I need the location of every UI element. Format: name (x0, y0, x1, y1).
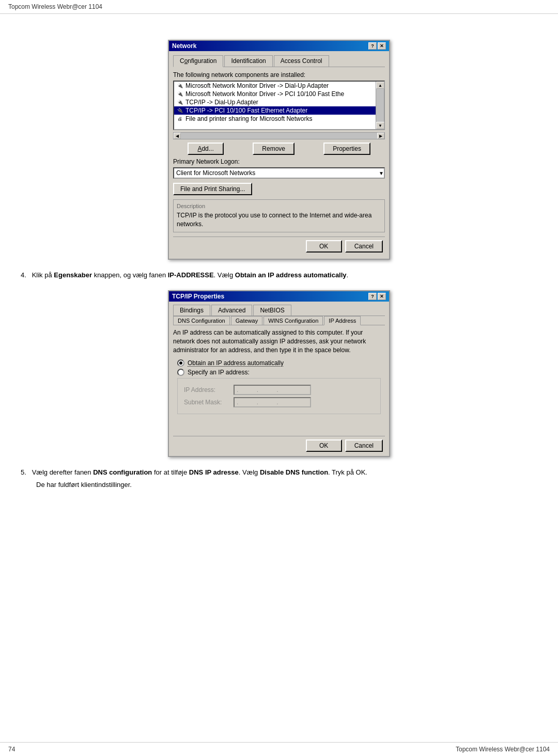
header-title: Topcom Wireless Webr@cer 1104 (8, 3, 102, 10)
step5-mid2: . Vælg (239, 468, 260, 476)
tab-ip-address[interactable]: IP Address (324, 316, 361, 325)
tab-netbios[interactable]: NetBIOS (253, 305, 291, 316)
ip-address-input: . . . (234, 385, 311, 395)
tab-bindings[interactable]: Bindings (173, 305, 210, 316)
tab-identification-label: Identification (231, 57, 266, 65)
step4-text: 4. Klik på Egenskaber knappen, og vælg f… (21, 270, 537, 280)
file-print-sharing-button[interactable]: File and Print Sharing... (173, 183, 252, 195)
network-dialog: Network ? ✕ Configuration Identification… (168, 40, 390, 260)
file-icon: 🖨 (176, 116, 183, 122)
step5-line1: 5. Vælg derefter fanen DNS configuration… (21, 467, 537, 478)
tcpip-dialog-body: Bindings Advanced NetBIOS DNS Configurat… (169, 302, 389, 456)
network-tabs: Configuration Identification Access Cont… (173, 55, 385, 67)
step5-bold2: DNS IP adresse (189, 468, 239, 476)
page-number: 74 (8, 746, 15, 753)
network-dialog-btn-row: OK Cancel (173, 237, 385, 255)
subnet-mask-label: Subnet Mask: (184, 399, 230, 406)
tab-access-control[interactable]: Access Control (274, 55, 329, 67)
main-content: Network ? ✕ Configuration Identification… (0, 14, 558, 526)
net-icon: 🔌 (176, 91, 183, 97)
ip-address-row: IP Address: . . . (184, 385, 374, 395)
step4-mid1: knappen, og vælg fanen (92, 271, 168, 279)
tcpip-tabs-row1: Bindings Advanced NetBIOS (173, 305, 385, 316)
step5-mid3: . Tryk på OK. (328, 468, 367, 476)
title-buttons: ? ✕ (368, 42, 386, 50)
tcpip-desc-text: An IP address can be automatically assig… (173, 328, 385, 354)
ip-fields-group: IP Address: . . . Subnet Mask: . . . (177, 378, 381, 414)
radio-auto-button[interactable] (177, 359, 184, 367)
components-label: The following network components are ins… (173, 71, 385, 78)
network-dialog-titlebar: Network ? ✕ (169, 41, 389, 51)
step5-prefix: 5. Vælg derefter fanen (21, 468, 93, 476)
scroll-h-track (181, 133, 377, 139)
list-item: 🔌 Microsoft Network Monitor Driver -> PC… (174, 90, 376, 98)
radio-auto-text: Obtain an IP address automatically (188, 359, 284, 367)
step4-bold1: Egenskaber (54, 271, 92, 279)
net-icon: 🔌 (176, 83, 183, 89)
ip-address-label: IP Address: (184, 386, 230, 393)
step5-bold3: Disable DNS function (260, 468, 328, 476)
step5-mid1: for at tilføje (152, 468, 189, 476)
scroll-up-arrow[interactable]: ▲ (376, 82, 384, 89)
tab-dns-config[interactable]: DNS Configuration (173, 316, 230, 325)
list-item: 🔌 TCP/IP -> Dial-Up Adapter (174, 98, 376, 106)
footer-bar: 74 Topcom Wireless Webr@cer 1104 (0, 742, 558, 756)
remove-button[interactable]: Remove (253, 143, 295, 155)
subnet-mask-input: . . . (234, 397, 311, 407)
tab-identification[interactable]: Identification (224, 55, 272, 67)
tab-configuration-label: Configuration (180, 57, 216, 65)
step5-line2: De har fuldført klientindstillinger. (36, 480, 537, 490)
list-item-selected[interactable]: 🔌 TCP/IP -> PCI 10/100 Fast Ethernet Ada… (174, 106, 376, 115)
list-item: 🔌 Microsoft Network Monitor Driver -> Di… (174, 82, 376, 90)
tab-advanced[interactable]: Advanced (211, 305, 252, 316)
network-dialog-body: Configuration Identification Access Cont… (169, 51, 389, 259)
network-btn-row: Add... Remove Properties (173, 143, 385, 155)
radio-specify-row: Specify an IP address: (177, 369, 385, 376)
tab-configuration[interactable]: Configuration (173, 55, 223, 67)
tcpip-ok-button[interactable]: OK (306, 439, 342, 452)
tcpip-dialog-title: TCP/IP Properties (172, 293, 224, 300)
primary-logon-label: Primary Network Logon: (173, 158, 385, 165)
step4-suffix: . (347, 271, 349, 279)
tab-access-control-label: Access Control (281, 57, 322, 65)
network-components-list[interactable]: 🔌 Microsoft Network Monitor Driver -> Di… (174, 82, 376, 129)
tab-wins-config[interactable]: WINS Configuration (264, 316, 323, 325)
tcpip-cancel-button[interactable]: Cancel (345, 439, 383, 452)
tab-gateway[interactable]: Gateway (231, 316, 262, 325)
footer-title: Topcom Wireless Webr@cer 1104 (456, 746, 550, 753)
close-button[interactable]: ✕ (378, 42, 386, 50)
tcpip-close-button[interactable]: ✕ (378, 293, 386, 300)
list-item: 🖨 File and printer sharing for Microsoft… (174, 115, 376, 123)
radio-auto-label[interactable]: Obtain an IP address automatically (177, 359, 385, 367)
tcpip-help-button[interactable]: ? (368, 293, 377, 300)
scroll-right-arrow[interactable]: ▶ (377, 133, 384, 139)
primary-logon-select[interactable]: Client for Microsoft Networks (173, 167, 385, 179)
step4-bold2: IP-ADDRESSE (168, 271, 214, 279)
network-ok-button[interactable]: OK (306, 240, 342, 253)
network-dialog-title: Network (172, 42, 196, 50)
radio-specify-text: Specify an IP address: (188, 369, 250, 376)
description-group-title: Description (177, 203, 381, 209)
network-cancel-button[interactable]: Cancel (345, 240, 383, 253)
step5-bold1: DNS configuration (93, 468, 152, 476)
help-button[interactable]: ? (368, 42, 377, 50)
properties-button[interactable]: Properties (323, 143, 370, 155)
tcpip-tabs-row2: DNS Configuration Gateway WINS Configura… (173, 316, 385, 325)
tcpip-dialog: TCP/IP Properties ? ✕ Bindings Advanced … (168, 290, 390, 457)
description-text: TCP/IP is the protocol you use to connec… (177, 211, 381, 229)
radio-specify-button[interactable] (177, 369, 184, 376)
step4-prefix: 4. Klik på (21, 271, 54, 279)
radio-auto-dot (179, 361, 182, 365)
step4-mid2: . Vælg (214, 271, 235, 279)
scroll-track (376, 89, 384, 122)
net-icon: 🔌 (176, 99, 183, 105)
add-button[interactable]: Add... (188, 143, 224, 155)
primary-logon-select-wrapper: Client for Microsoft Networks ▼ (173, 167, 385, 179)
description-groupbox: Description TCP/IP is the protocol you u… (173, 199, 385, 232)
header-bar: Topcom Wireless Webr@cer 1104 (0, 0, 558, 14)
scroll-down-arrow[interactable]: ▼ (376, 122, 384, 129)
step4-bold3: Obtain an IP address automatically (235, 271, 347, 279)
radio-specify-label[interactable]: Specify an IP address: (177, 369, 385, 376)
subnet-mask-row: Subnet Mask: . . . (184, 397, 374, 407)
scroll-left-arrow[interactable]: ◀ (174, 133, 181, 139)
